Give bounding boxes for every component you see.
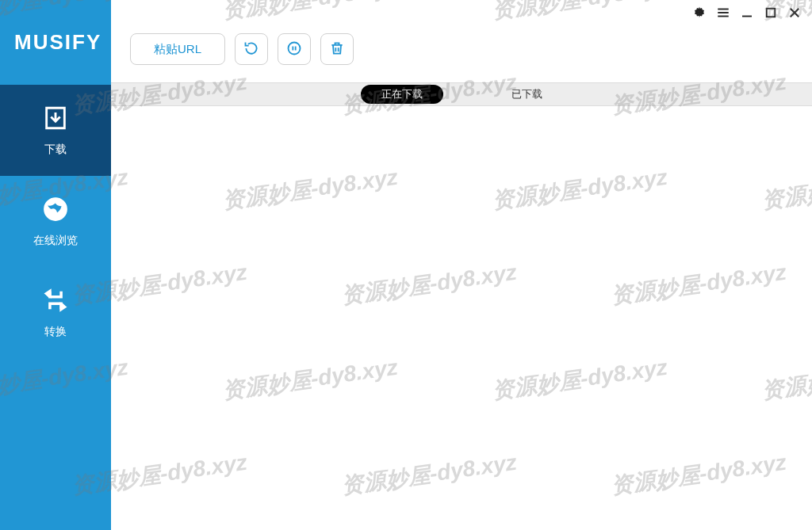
convert-icon [42, 287, 69, 314]
toolbar: 粘贴URL [111, 21, 812, 82]
sidebar-item-convert[interactable]: 转换 [0, 267, 111, 358]
globe-icon [42, 196, 69, 223]
maximize-button[interactable] [763, 5, 779, 21]
tab-bar: 正在下载 已下载 [111, 82, 812, 106]
app-window: MUSIFY 下载 在线浏览 转换 [0, 0, 812, 530]
sidebar-item-label: 转换 [44, 325, 67, 339]
titlebar [111, 0, 812, 21]
app-logo: MUSIFY [0, 0, 111, 85]
delete-button[interactable] [320, 33, 354, 65]
tab-downloaded[interactable]: 已下载 [491, 85, 563, 104]
sidebar-item-download[interactable]: 下载 [0, 85, 111, 176]
sidebar: MUSIFY 下载 在线浏览 转换 [0, 0, 111, 530]
tab-downloading[interactable]: 正在下载 [361, 85, 443, 104]
sidebar-item-label: 在线浏览 [33, 234, 78, 248]
sidebar-item-browse[interactable]: 在线浏览 [0, 176, 111, 267]
download-icon [42, 105, 69, 132]
svg-rect-8 [767, 9, 776, 17]
pause-icon [286, 40, 302, 59]
minimize-button[interactable] [739, 5, 755, 21]
main-area: 粘贴URL 正在下载 已下载 [111, 0, 812, 530]
retry-button[interactable] [235, 33, 268, 65]
pause-button[interactable] [278, 33, 311, 65]
paste-url-button[interactable]: 粘贴URL [130, 33, 225, 65]
svg-point-11 [289, 42, 301, 54]
trash-icon [329, 40, 345, 59]
svg-point-3 [699, 12, 701, 14]
settings-button[interactable] [691, 5, 707, 21]
sidebar-item-label: 下载 [44, 143, 67, 157]
menu-button[interactable] [715, 5, 731, 21]
undo-icon [243, 40, 259, 59]
download-list [111, 106, 812, 530]
close-button[interactable] [787, 5, 802, 21]
